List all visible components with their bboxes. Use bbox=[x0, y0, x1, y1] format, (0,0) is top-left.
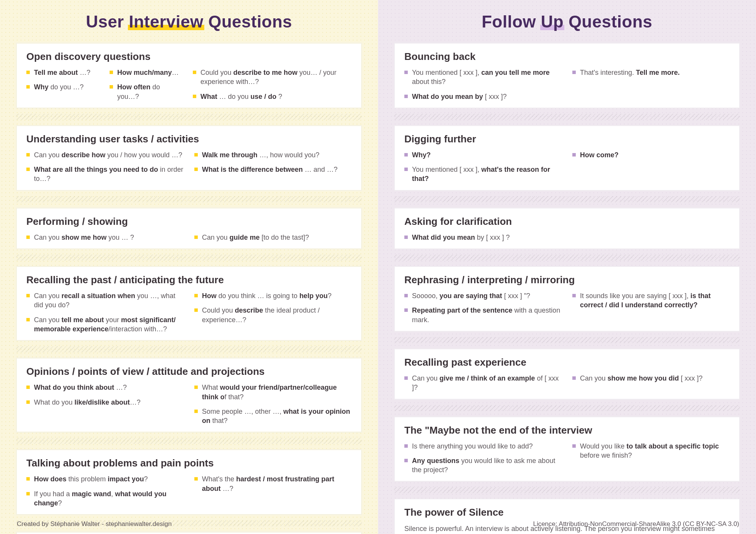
question-list: Would you like to talk about a specific … bbox=[572, 442, 730, 460]
question-column: What's the hardest / most frustrating pa… bbox=[194, 474, 352, 508]
question-item: Can you guide me [to do the tast]? bbox=[194, 233, 352, 242]
question-column: Walk me through …, how would you?What is… bbox=[194, 150, 352, 184]
question-item: Why? bbox=[404, 150, 562, 160]
title-highlight: Interview bbox=[129, 12, 203, 31]
question-item: Would you like to talk about a specific … bbox=[572, 442, 730, 460]
question-item: You mentioned [ xxx ], can you tell me m… bbox=[404, 68, 562, 87]
question-list: What do you think about …?What do you li… bbox=[26, 383, 184, 407]
question-item: What would your friend/partner/colleague… bbox=[194, 383, 352, 402]
question-list: Walk me through …, how would you?What is… bbox=[194, 150, 352, 174]
question-columns: Is there anything you would like to add?… bbox=[404, 442, 730, 475]
section-heading: Bouncing back bbox=[404, 51, 730, 63]
question-column: Can you show me how you … ? bbox=[26, 233, 184, 242]
question-columns: What do you think about …?What do you li… bbox=[26, 383, 352, 425]
question-item: What's the hardest / most frustrating pa… bbox=[194, 474, 352, 493]
section-divider bbox=[16, 196, 362, 202]
question-item: Any questions you would like to ask me a… bbox=[404, 456, 562, 475]
section-heading: Understanding user tasks / activities bbox=[26, 133, 352, 145]
question-column: Could you describe to me how you… / your… bbox=[193, 68, 352, 101]
question-item: You mentioned [ xxx ], what's the reason… bbox=[404, 165, 562, 184]
question-column: It sounds like you are saying [ xxx ], i… bbox=[572, 291, 730, 324]
section-card: Asking for clarificationWhat did you mea… bbox=[394, 208, 740, 249]
question-item: Sooooo, you are saying that [ xxx ] "? bbox=[404, 291, 562, 300]
question-columns: Can you give me / think of an example of… bbox=[404, 374, 730, 392]
question-list: Sooooo, you are saying that [ xxx ] "?Re… bbox=[404, 291, 562, 324]
question-list: Could you describe to me how you… / your… bbox=[193, 68, 352, 101]
section-heading: Digging further bbox=[404, 133, 730, 145]
question-list: What did you mean by [ xxx ] ? bbox=[404, 233, 730, 242]
section-divider bbox=[394, 114, 740, 120]
question-item: It sounds like you are saying [ xxx ], i… bbox=[572, 291, 730, 310]
question-item: What are all the things you need to do i… bbox=[26, 165, 184, 184]
question-list: Why?You mentioned [ xxx ], what's the re… bbox=[404, 150, 562, 184]
section-heading: The "Maybe not the end of the interview bbox=[404, 424, 730, 436]
right-column: Follow Up Questions Bouncing backYou men… bbox=[378, 0, 756, 534]
question-list: How come? bbox=[572, 150, 730, 160]
question-item: Walk me through …, how would you? bbox=[194, 150, 352, 160]
question-item: Some people …, other …, what is your opi… bbox=[194, 407, 352, 426]
question-list: Can you give me / think of an example of… bbox=[404, 374, 562, 392]
question-item: Why do you …? bbox=[26, 82, 99, 92]
question-column: How do you think … is going to help you?… bbox=[194, 291, 352, 334]
question-columns: Why?You mentioned [ xxx ], what's the re… bbox=[404, 150, 730, 184]
title-part: User bbox=[86, 12, 129, 31]
question-list: How does this problem impact you?If you … bbox=[26, 474, 184, 508]
question-column: How much/many…How often do you…? bbox=[110, 68, 182, 101]
section-heading: Opinions / points of view / attitude and… bbox=[26, 366, 352, 378]
section-heading: Performing / showing bbox=[26, 216, 352, 227]
title-part: Questions bbox=[564, 12, 652, 31]
question-item: What is the difference between … and …? bbox=[194, 165, 352, 174]
question-columns: Can you show me how you … ?Can you guide… bbox=[26, 233, 352, 242]
section-heading: Rephrasing / interpreting / mirroring bbox=[404, 274, 730, 286]
question-list: Can you describe how you / how you would… bbox=[26, 150, 184, 184]
question-item: What did you mean by [ xxx ] ? bbox=[404, 233, 730, 242]
section-card: Open discovery questionsTell me about …?… bbox=[16, 43, 362, 108]
section-card: Bouncing backYou mentioned [ xxx ], can … bbox=[394, 43, 740, 108]
section-divider bbox=[394, 405, 740, 411]
question-item: Could you describe to me how you… / your… bbox=[193, 68, 352, 87]
left-title: User Interview Questions bbox=[16, 12, 362, 31]
question-item: What do you like/dislike about…? bbox=[26, 398, 184, 407]
question-list: What's the hardest / most frustrating pa… bbox=[194, 474, 352, 493]
section-divider bbox=[16, 438, 362, 444]
section-card: Sentence completion and drawingI sometim… bbox=[16, 532, 362, 534]
question-item: How do you think … is going to help you? bbox=[194, 291, 352, 300]
question-item: What do you think about …? bbox=[26, 383, 184, 392]
question-item: How often do you…? bbox=[110, 82, 182, 101]
section-card: Recalling the past / anticipating the fu… bbox=[16, 266, 362, 341]
question-item: Tell me about …? bbox=[26, 68, 99, 77]
question-item: Repeating part of the sentence with a qu… bbox=[404, 306, 562, 324]
section-heading: The power of Silence bbox=[404, 507, 730, 518]
question-list: How much/many…How often do you…? bbox=[110, 68, 182, 101]
question-column: How come? bbox=[572, 150, 730, 184]
question-list: It sounds like you are saying [ xxx ], i… bbox=[572, 291, 730, 310]
question-columns: You mentioned [ xxx ], can you tell me m… bbox=[404, 68, 730, 101]
section-card: The power of SilenceSilence is powerful.… bbox=[394, 499, 740, 534]
question-column: Would you like to talk about a specific … bbox=[572, 442, 730, 475]
question-item: Could you describe the ideal product / e… bbox=[194, 306, 352, 324]
question-column: How does this problem impact you?If you … bbox=[26, 474, 184, 508]
section-heading: Asking for clarification bbox=[404, 216, 730, 227]
question-list: Can you show me how you did [ xxx ]? bbox=[572, 374, 730, 383]
section-heading: Open discovery questions bbox=[26, 51, 352, 63]
question-column: Tell me about …?Why do you …? bbox=[26, 68, 99, 101]
section-card: Digging furtherWhy?You mentioned [ xxx ]… bbox=[394, 125, 740, 191]
question-column: What would your friend/partner/colleague… bbox=[194, 383, 352, 425]
question-column: What do you think about …?What do you li… bbox=[26, 383, 184, 425]
section-card: Performing / showingCan you show me how … bbox=[16, 208, 362, 249]
question-item: Is there anything you would like to add? bbox=[404, 442, 562, 451]
question-list: Is there anything you would like to add?… bbox=[404, 442, 562, 475]
question-column: Can you give me / think of an example of… bbox=[404, 374, 562, 392]
section-divider bbox=[394, 255, 740, 261]
section-heading: Recalling past experience bbox=[404, 357, 730, 368]
question-columns: Tell me about …?Why do you …?How much/ma… bbox=[26, 68, 352, 101]
question-list: What would your friend/partner/colleague… bbox=[194, 383, 352, 425]
question-columns: How does this problem impact you?If you … bbox=[26, 474, 352, 508]
section-heading: Talking about problems and pain points bbox=[26, 457, 352, 469]
footer-credit: Created by Stéphanie Walter - stephaniew… bbox=[17, 520, 172, 528]
question-item: If you had a magic wand, what would you … bbox=[26, 489, 184, 508]
section-card: Opinions / points of view / attitude and… bbox=[16, 358, 362, 432]
section-card: Recalling past experienceCan you give me… bbox=[394, 348, 740, 400]
section-divider bbox=[16, 114, 362, 120]
right-title: Follow Up Questions bbox=[394, 12, 740, 31]
